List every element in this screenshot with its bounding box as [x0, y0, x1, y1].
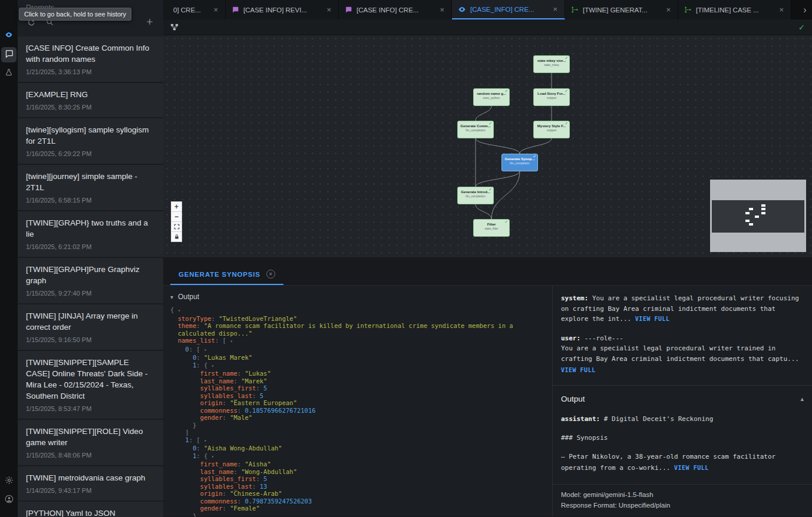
json-line: storyType: "TwistedLoveTriangle": [170, 315, 552, 323]
tab-close-icon[interactable]: ×: [325, 6, 332, 14]
json-line: first_name: "Aisha": [170, 460, 552, 468]
flask-icon: [5, 68, 13, 79]
zoom-in-button[interactable]: +: [171, 201, 182, 212]
messages-output-collapse-chevron[interactable]: ▴: [800, 394, 804, 405]
settings-icon: [5, 476, 14, 487]
node-success-check-icon: ✓: [504, 89, 508, 94]
prompt-timestamp: 1/16/2025, 8:30:25 PM: [26, 104, 155, 111]
json-collapse-caret[interactable]: ▾: [204, 347, 207, 353]
graph-layout-icon[interactable]: [170, 23, 179, 31]
bottom-tab-close-icon[interactable]: ×: [266, 270, 275, 279]
json-line: 1: { ▾: [170, 362, 552, 370]
json-collapse-caret[interactable]: ▾: [212, 454, 214, 459]
prompt-title: [TWINE][GRAPH} two truths and a lie: [26, 217, 155, 240]
graph-node-random_name[interactable]: random name g...exec_python✓: [473, 88, 510, 106]
json-line: origin: "Chinese-Arab": [170, 490, 552, 498]
tab-overflow-chevron[interactable]: ›: [798, 0, 812, 19]
editor-tab[interactable]: [TWINE] GENERAT... ×: [565, 0, 678, 19]
tab-label: [CASE_INFO] CRE...: [470, 6, 547, 13]
node-subtitle: llm_completion: [502, 161, 537, 165]
messages-icon: [5, 49, 14, 61]
graph-node-mystery_style[interactable]: Mystery Style F...snippet✓: [533, 121, 570, 138]
prompt-list-item[interactable]: [TWINE] metroidvania case graph 1/14/202…: [18, 466, 163, 502]
add-prompt-button[interactable]: [146, 18, 154, 26]
assistant-message-text: — Petar Nikolov, a 38-year-old romance s…: [561, 453, 775, 472]
fit-view-button[interactable]: [171, 221, 182, 232]
graph-node-generate_common[interactable]: Generate Comm...llm_completion✓: [457, 121, 494, 138]
bottom-tab-generate-synopsis[interactable]: GENERATE SYNOPSIS ×: [170, 270, 283, 285]
node-title: Mystery Style F...: [534, 124, 569, 128]
workflow-icon: [684, 6, 692, 14]
system-role-label: system:: [561, 294, 588, 302]
rail-item-settings[interactable]: [1, 473, 16, 489]
view-full-link[interactable]: VIEW FULL: [561, 367, 596, 373]
prompt-list-item[interactable]: [TWINE][SNIPPET][SAMPLE CASE] Online Thr…: [18, 351, 163, 420]
tab-close-icon[interactable]: ×: [778, 6, 785, 14]
json-collapse-caret[interactable]: ▾: [178, 308, 181, 313]
prompt-list-item[interactable]: [TWINE][SNIPPET][ROLE] Video game writer…: [18, 420, 163, 466]
prompt-list-item[interactable]: [TWINE][GRAPH} two truths and a lie 1/16…: [18, 211, 163, 258]
json-line: 1: [ ▾: [170, 436, 552, 445]
json-line: syllables_first: 5: [170, 385, 552, 392]
graph-node-generate_synopsis[interactable]: Generate Synop...llm_completion✓: [501, 154, 538, 171]
view-full-link[interactable]: VIEW FULL: [674, 465, 709, 471]
editor-tab[interactable]: [CASE INFO] REVI... ×: [226, 0, 339, 19]
minimap-node-dot: [761, 212, 765, 214]
tab-close-icon[interactable]: ×: [212, 6, 219, 14]
rail-item-flask[interactable]: [1, 66, 16, 81]
minimap-node-dot: [761, 208, 765, 210]
messages-divider: [553, 385, 812, 386]
json-collapse-caret[interactable]: ▾: [212, 363, 214, 369]
tab-label: [TIMELINE] CASE ...: [696, 6, 774, 14]
editor-tab[interactable]: [CASE_INFO] CRE... ×: [452, 0, 565, 19]
json-collapse-caret[interactable]: ▾: [204, 438, 207, 443]
graph-node-generate_intro[interactable]: Generate Introd...llm_completion✓: [457, 187, 494, 204]
prompt-list-item[interactable]: [TWINE] [JINJA] Array merge in correct o…: [18, 304, 163, 351]
json-collapse-caret[interactable]: ▾: [230, 339, 233, 344]
view-full-link[interactable]: VIEW FULL: [635, 316, 670, 322]
prompt-list-item[interactable]: [CASE INFO] Create Common Info with rand…: [18, 37, 163, 83]
tab-close-icon[interactable]: ×: [665, 6, 672, 14]
rail-item-account[interactable]: [1, 492, 16, 508]
minimap-node-dot: [745, 220, 750, 222]
prompt-timestamp: 1/16/2025, 6:58:15 PM: [26, 197, 155, 204]
tab-label: [CASE INFO] CRE...: [357, 6, 434, 14]
output-json-panel: ▾ Output { ▾ storyType: "TwistedLoveTria…: [163, 286, 553, 516]
prompt-list-item[interactable]: [PYTHON] Yaml to JSON: [18, 502, 163, 517]
prompt-timestamp: 1/15/2025, 9:27:40 PM: [26, 290, 155, 297]
prompt-list-item[interactable]: [twine][syllogism] sample syllogism for …: [18, 118, 163, 165]
json-line: { ▾: [170, 306, 552, 315]
prompt-timestamp: 1/15/2025, 8:53:47 PM: [26, 405, 155, 412]
lock-button[interactable]: [171, 231, 182, 242]
tab-close-icon[interactable]: ×: [552, 5, 559, 13]
graph-node-filter[interactable]: Filterstate_filter✓: [473, 219, 510, 237]
json-line: syllables_last: 13: [170, 483, 552, 491]
minimap[interactable]: [710, 180, 806, 252]
graph-node-load_story[interactable]: Load Story For...snippet✓: [533, 88, 570, 106]
prompt-list-item[interactable]: [EXAMPLE] RNG 1/16/2025, 8:30:25 PM: [18, 83, 163, 118]
messages-output-header: Output: [561, 394, 585, 405]
tab-close-icon[interactable]: ×: [438, 6, 445, 14]
editor-tab[interactable]: 0] CRE... ×: [163, 0, 226, 19]
editor-tab[interactable]: [CASE INFO] CRE... ×: [339, 0, 452, 19]
editor-tab[interactable]: [TIMELINE] CASE ... ×: [678, 0, 791, 19]
graph-node-state_mkey[interactable]: state mkey stor...state_mkey✓: [533, 55, 570, 73]
node-success-check-icon: ✓: [533, 154, 536, 159]
rail-item-messages[interactable]: [1, 47, 16, 62]
eye-icon: [5, 31, 13, 41]
assistant-role-label: assistant:: [561, 415, 600, 423]
zoom-out-button[interactable]: −: [171, 211, 182, 222]
rail-top-group: [0, 0, 18, 81]
rail-item-eye[interactable]: [1, 28, 16, 44]
output-json: { ▾ storyType: "TwistedLoveTriangle" the…: [170, 306, 552, 516]
json-line: 0: [ ▾: [170, 346, 552, 354]
node-success-check-icon: ✓: [565, 56, 568, 61]
prompt-list-item[interactable]: [twine][journey] simple sample - 2T1L 1/…: [18, 165, 163, 211]
model-info: Model: gemini/gemini-1.5-flash: [561, 489, 804, 500]
prompt-list-item[interactable]: [TWINE][GRAPH]Pure Graphviz graph 1/15/2…: [18, 258, 163, 304]
node-title: state mkey stor...: [534, 59, 569, 62]
graph-canvas[interactable]: ✓ state mkey stor...state_mkey✓random na…: [163, 19, 812, 257]
output-collapse-chevron[interactable]: ▾: [170, 294, 173, 300]
minimap-node-dot: [755, 216, 759, 218]
assistant-message: assistant: # Digital Deceit's Reckoning …: [561, 413, 804, 473]
